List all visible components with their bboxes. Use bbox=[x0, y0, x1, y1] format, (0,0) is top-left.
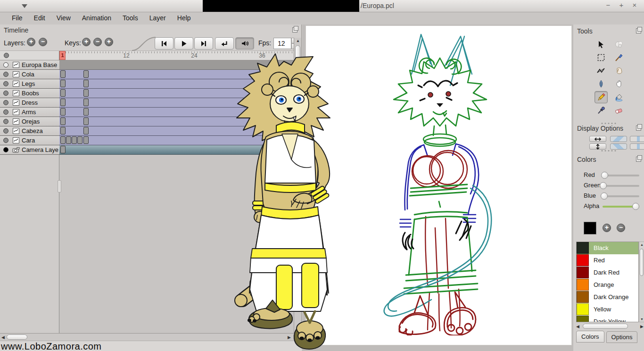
layer-visibility-icon[interactable] bbox=[3, 147, 8, 152]
add-layer-button[interactable]: + bbox=[27, 38, 35, 46]
layer-visibility-icon[interactable] bbox=[3, 81, 8, 86]
onion-skin-next-button[interactable] bbox=[610, 143, 627, 150]
window-shade-arrow-icon[interactable] bbox=[22, 4, 27, 8]
blue-slider[interactable] bbox=[603, 195, 639, 197]
remove-layer-button[interactable]: − bbox=[39, 38, 47, 46]
keyframe[interactable] bbox=[83, 99, 89, 106]
tab-options[interactable]: Options bbox=[606, 331, 638, 343]
layer-row-cara[interactable]: Cara bbox=[0, 136, 59, 145]
toggle-all-visibility-icon[interactable] bbox=[4, 53, 9, 58]
minimize-button[interactable]: − bbox=[604, 1, 612, 9]
tool-move[interactable] bbox=[594, 38, 608, 50]
current-color-swatch[interactable] bbox=[584, 222, 596, 234]
palette-item-yellow[interactable]: Yellow bbox=[577, 303, 638, 316]
menu-animation[interactable]: Animation bbox=[76, 12, 117, 25]
timeline-track[interactable] bbox=[59, 117, 294, 126]
onion-skin-previous-button[interactable] bbox=[610, 136, 627, 142]
menu-tools[interactable]: Tools bbox=[117, 12, 144, 25]
keyframe[interactable] bbox=[60, 108, 66, 116]
red-slider[interactable] bbox=[603, 175, 639, 176]
layer-row-orejas[interactable]: Orejas bbox=[0, 117, 59, 126]
keyframe[interactable] bbox=[60, 136, 66, 144]
timeline-track[interactable] bbox=[59, 136, 294, 145]
layer-row-europa-base[interactable]: Europa Base bbox=[0, 60, 59, 70]
duplicate-key-button[interactable]: + bbox=[105, 38, 113, 46]
keyframe[interactable] bbox=[83, 136, 89, 144]
keyframe[interactable] bbox=[83, 108, 89, 116]
palette-item-dark-yellow[interactable]: Dark Yellow bbox=[577, 316, 638, 322]
tool-eyedropper[interactable] bbox=[594, 104, 608, 117]
scroll-down-icon[interactable]: ▼ bbox=[640, 318, 644, 321]
scroll-down-icon[interactable]: ▼ bbox=[296, 328, 300, 332]
slider-handle[interactable] bbox=[600, 182, 607, 189]
layer-visibility-icon[interactable] bbox=[3, 91, 8, 96]
keyframe[interactable] bbox=[66, 136, 71, 144]
scroll-left-icon[interactable]: ◀ bbox=[1, 335, 5, 340]
timeline-track[interactable] bbox=[59, 70, 294, 79]
tool-finger-smudge[interactable] bbox=[612, 65, 626, 77]
canvas-paper[interactable] bbox=[305, 25, 572, 345]
palette-item-dark-red[interactable]: Dark Red bbox=[577, 267, 638, 279]
keyframe[interactable] bbox=[83, 70, 89, 78]
layer-visibility-icon[interactable] bbox=[3, 100, 8, 105]
fps-spinbox[interactable]: 12 bbox=[273, 38, 291, 49]
timeline-track[interactable] bbox=[59, 89, 294, 98]
tool-select[interactable] bbox=[594, 51, 608, 64]
scroll-left-icon[interactable]: ◀ bbox=[576, 324, 579, 329]
loop-button[interactable] bbox=[215, 37, 234, 50]
tool-pencil[interactable] bbox=[594, 91, 608, 103]
keyframe[interactable] bbox=[83, 80, 89, 87]
timeline-track[interactable] bbox=[59, 60, 294, 70]
layer-visibility-icon[interactable] bbox=[3, 72, 8, 77]
layer-visibility-icon[interactable] bbox=[3, 128, 8, 134]
timeline-track[interactable] bbox=[59, 98, 294, 108]
slider-handle[interactable] bbox=[601, 192, 608, 200]
keyframe[interactable] bbox=[83, 117, 89, 125]
green-slider[interactable] bbox=[603, 185, 639, 187]
palette-vertical-scrollbar[interactable]: ▲ ▼ bbox=[639, 242, 644, 322]
layer-row-arms[interactable]: Arms bbox=[0, 108, 59, 117]
onion-red-button[interactable] bbox=[630, 143, 644, 150]
menu-layer[interactable]: Layer bbox=[144, 12, 172, 25]
menu-file[interactable]: File bbox=[6, 12, 28, 25]
palette-item-orange[interactable]: Orange bbox=[577, 279, 638, 291]
layer-row-dress[interactable]: Dress bbox=[0, 98, 59, 108]
scrollbar-thumb[interactable] bbox=[7, 334, 27, 340]
keyframe[interactable] bbox=[60, 146, 66, 153]
layer-visibility-icon[interactable] bbox=[3, 119, 8, 124]
float-panel-icon[interactable] bbox=[636, 28, 641, 33]
slider-handle[interactable] bbox=[601, 172, 608, 179]
menu-help[interactable]: Help bbox=[172, 12, 197, 25]
scrollbar-thumb[interactable] bbox=[640, 249, 644, 276]
scroll-right-icon[interactable]: ▶ bbox=[640, 324, 644, 329]
keyframe[interactable] bbox=[72, 136, 77, 144]
layer-visibility-icon[interactable] bbox=[3, 138, 8, 143]
keyframe[interactable] bbox=[60, 127, 66, 134]
play-button[interactable] bbox=[174, 37, 193, 50]
remove-color-button[interactable]: − bbox=[617, 224, 625, 232]
timeline-track[interactable] bbox=[59, 79, 294, 89]
keyframe[interactable] bbox=[60, 89, 66, 97]
tool-brush[interactable] bbox=[612, 51, 626, 64]
layer-visibility-icon[interactable] bbox=[3, 109, 8, 115]
float-panel-icon[interactable] bbox=[292, 27, 297, 33]
frame-ruler[interactable]: 1 12 24 36 bbox=[59, 51, 294, 60]
tool-eraser[interactable] bbox=[612, 104, 626, 117]
keyframe[interactable] bbox=[83, 127, 89, 134]
scrollbar-thumb[interactable] bbox=[583, 324, 628, 329]
flip-horizontal-button[interactable] bbox=[589, 136, 606, 142]
maximize-button[interactable]: + bbox=[618, 1, 625, 9]
column-splitter-handle[interactable] bbox=[58, 180, 61, 192]
tool-hand[interactable] bbox=[612, 78, 626, 90]
sound-toggle-button[interactable] bbox=[235, 37, 254, 50]
scrollbar-thumb[interactable] bbox=[295, 45, 300, 300]
keyframe[interactable] bbox=[60, 117, 66, 125]
alpha-slider[interactable] bbox=[603, 206, 639, 208]
palette-item-dark-orange[interactable]: Dark Orange bbox=[577, 291, 638, 303]
flip-vertical-button[interactable] bbox=[589, 143, 606, 150]
palette-item-red[interactable]: Red bbox=[577, 254, 638, 267]
tool-polyline[interactable] bbox=[594, 65, 608, 77]
keyframe[interactable] bbox=[77, 136, 83, 144]
keyframe[interactable] bbox=[60, 70, 66, 78]
tool-bucket[interactable] bbox=[612, 91, 626, 103]
